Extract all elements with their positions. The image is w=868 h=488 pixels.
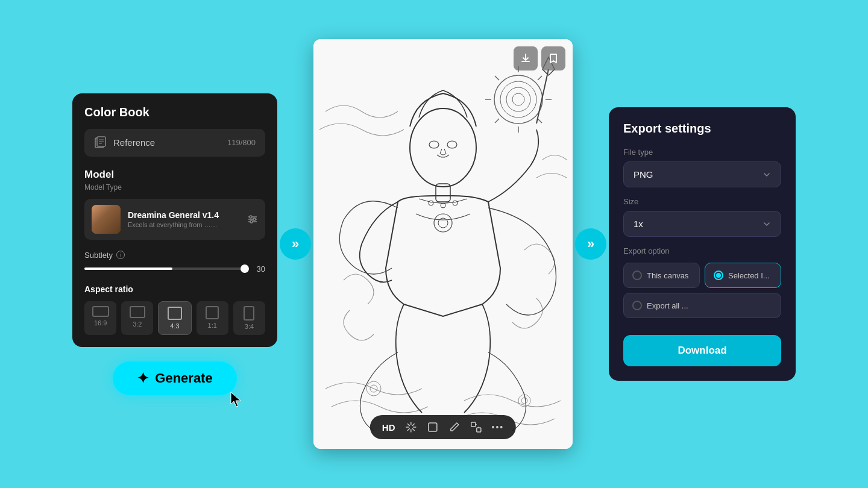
svg-point-8 xyxy=(250,216,252,218)
model-name: Dreamina General v1.4 xyxy=(128,210,240,220)
selected-option[interactable]: Selected I... xyxy=(705,263,781,288)
aspect-34-label: 3:4 xyxy=(245,323,254,330)
hd-label: HD xyxy=(382,422,395,433)
download-icon xyxy=(520,53,531,64)
export-panel: Export settings File type PNG Size 1x Ex… xyxy=(609,107,796,381)
left-arrow-connector: » xyxy=(277,228,313,260)
download-button[interactable]: Download xyxy=(623,335,781,366)
svg-point-10 xyxy=(250,221,253,223)
svg-line-45 xyxy=(407,429,409,431)
right-arrow-connector: » xyxy=(573,228,609,260)
size-select[interactable]: 1x xyxy=(623,211,781,237)
aspect-ratio-options: 16:9 3:2 4:3 1:1 3:4 xyxy=(84,301,265,335)
svg-point-9 xyxy=(253,218,256,221)
slider-fill xyxy=(84,267,172,270)
model-info: Dreamina General v1.4 Excels at everythi… xyxy=(128,210,240,228)
reference-label: Reference xyxy=(113,137,155,148)
canvas-area: HD xyxy=(313,39,573,449)
svg-line-43 xyxy=(412,429,414,431)
model-thumbnail xyxy=(92,205,121,234)
aspect-34-icon xyxy=(244,306,254,321)
aspect-ratio-label: Aspect ratio xyxy=(84,284,265,294)
this-canvas-option[interactable]: This canvas xyxy=(623,263,700,288)
crop-icon xyxy=(426,421,438,433)
svg-line-44 xyxy=(412,424,414,426)
aspect-43-button[interactable]: 4:3 xyxy=(158,301,191,335)
file-type-select[interactable]: PNG xyxy=(623,161,781,187)
right-double-arrow: » xyxy=(575,228,606,260)
aspect-34-button[interactable]: 3:4 xyxy=(233,301,265,335)
export-all-radio xyxy=(632,301,642,310)
reference-icon xyxy=(94,136,107,149)
settings-sliders-icon xyxy=(247,214,258,225)
info-circle-icon: i xyxy=(116,251,125,259)
main-container: Color Book Reference 119/800 Model xyxy=(72,21,796,467)
aspect-32-button[interactable]: 3:2 xyxy=(121,301,153,335)
aspect-169-label: 16:9 xyxy=(94,319,107,327)
generate-label: Generate xyxy=(155,371,212,386)
generate-wrapper: ✦ Generate xyxy=(113,361,236,395)
crop-button[interactable] xyxy=(426,421,438,433)
edit-icon xyxy=(448,421,460,433)
svg-rect-48 xyxy=(476,428,480,432)
size-label: Size xyxy=(623,197,781,206)
sparkle-icon: ✦ xyxy=(137,370,149,387)
svg-rect-46 xyxy=(428,423,436,431)
reference-box[interactable]: Reference 119/800 xyxy=(84,129,265,157)
this-canvas-radio xyxy=(632,271,642,280)
more-button[interactable]: ••• xyxy=(491,422,504,432)
reference-count: 119/800 xyxy=(227,138,256,147)
this-canvas-label: This canvas xyxy=(647,271,688,280)
subtlety-row: Subtlety i xyxy=(84,251,265,260)
model-section-title: Model xyxy=(84,169,265,181)
model-desc: Excels at everything from …… xyxy=(128,221,240,228)
subtlety-value: 30 xyxy=(251,264,265,274)
hd-button[interactable]: HD xyxy=(382,422,395,433)
aspect-43-label: 4:3 xyxy=(170,322,179,330)
reference-left: Reference xyxy=(94,136,155,149)
left-double-arrow: » xyxy=(280,228,311,260)
edit-button[interactable] xyxy=(448,421,460,433)
left-panel: Color Book Reference 119/800 Model xyxy=(72,93,277,347)
aspect-32-label: 3:2 xyxy=(133,321,142,328)
export-all-label: Export all ... xyxy=(647,301,688,310)
canvas-overlay-buttons xyxy=(514,46,565,70)
export-options-grid: This canvas Selected I... Export all ... xyxy=(623,263,781,318)
chevron-down-icon-2 xyxy=(763,220,771,228)
aspect-169-button[interactable]: 16:9 xyxy=(84,301,116,335)
more-icon: ••• xyxy=(491,422,504,432)
aspect-43-icon xyxy=(168,307,182,320)
export-title: Export settings xyxy=(623,122,781,136)
slider-thumb[interactable] xyxy=(241,264,249,273)
size-value: 1x xyxy=(634,219,643,229)
aspect-11-icon xyxy=(206,306,219,319)
canvas-toolbar: HD xyxy=(370,415,516,439)
chevron-down-icon xyxy=(763,170,771,179)
canvas-image: HD xyxy=(313,39,573,449)
subtlety-slider[interactable]: 30 xyxy=(84,264,265,274)
cursor-pointer xyxy=(228,391,243,413)
subtlety-label: Subtlety xyxy=(84,251,113,260)
file-type-value: PNG xyxy=(634,169,653,180)
selected-radio-dot xyxy=(716,273,721,278)
magic-wand-button[interactable] xyxy=(404,421,417,433)
canvas-download-button[interactable] xyxy=(514,46,538,70)
aspect-11-label: 1:1 xyxy=(208,322,217,329)
selected-label: Selected I... xyxy=(728,271,770,280)
svg-rect-47 xyxy=(471,422,475,427)
model-thumb-inner xyxy=(92,205,121,234)
panel-title: Color Book xyxy=(84,105,265,119)
transform-icon xyxy=(470,421,482,433)
slider-track[interactable] xyxy=(84,267,245,270)
bookmark-icon xyxy=(548,53,559,64)
canvas-bookmark-button[interactable] xyxy=(541,46,565,70)
export-all-option[interactable]: Export all ... xyxy=(623,293,781,318)
transform-button[interactable] xyxy=(470,421,482,433)
generate-button[interactable]: ✦ Generate xyxy=(113,361,236,395)
aspect-32-icon xyxy=(130,306,145,318)
model-type-label: Model Type xyxy=(84,183,265,192)
selected-radio xyxy=(714,271,723,280)
aspect-11-button[interactable]: 1:1 xyxy=(197,301,228,335)
magic-wand-icon xyxy=(404,421,417,433)
model-card[interactable]: Dreamina General v1.4 Excels at everythi… xyxy=(84,199,265,240)
